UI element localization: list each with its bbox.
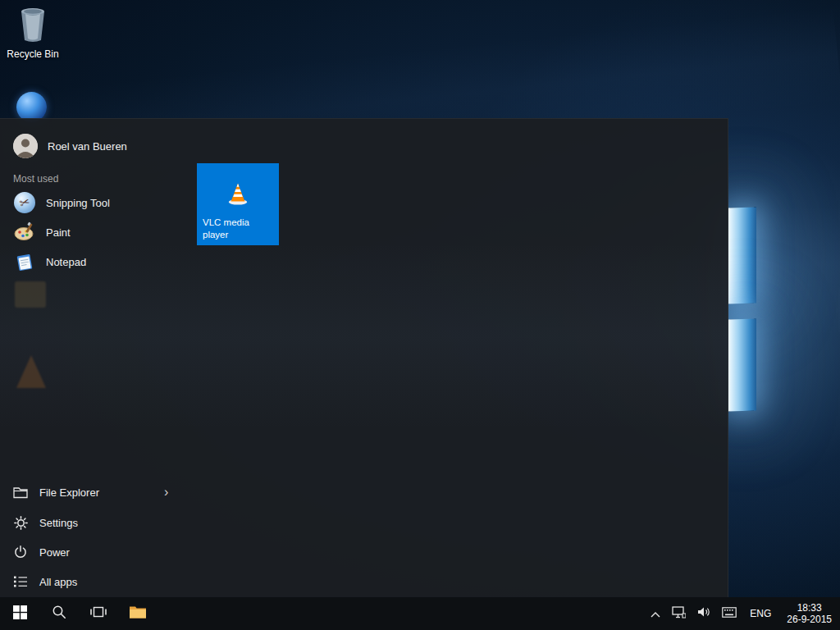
snipping-tool-icon: ✂ xyxy=(13,191,36,214)
recycle-bin-label: Recycle Bin xyxy=(3,48,62,60)
all-apps-icon xyxy=(13,574,28,589)
ghost-icon xyxy=(15,281,46,308)
user-account-button[interactable]: Roel van Bueren xyxy=(13,134,127,158)
search-icon xyxy=(52,605,66,623)
start-menu-item-file-explorer[interactable]: File Explorer › xyxy=(7,480,195,504)
taskbar-file-explorer-button[interactable] xyxy=(118,597,158,630)
desktop: Recycle Bin Roel van Bueren Most used ✂ … xyxy=(0,0,840,630)
task-view-icon xyxy=(90,605,107,622)
clock-time: 18:33 xyxy=(797,602,822,614)
network-icon xyxy=(672,606,686,622)
windows-logo-glow-pane xyxy=(728,207,756,304)
start-menu-item-power[interactable]: Power xyxy=(7,540,195,564)
tile-label: VLC media player xyxy=(197,217,279,245)
paint-icon xyxy=(13,221,36,244)
recycle-bin-icon xyxy=(3,7,62,46)
user-name: Roel van Bueren xyxy=(48,140,127,153)
system-tray: ENG 18:33 26-9-2015 xyxy=(645,597,840,630)
chevron-right-icon[interactable]: › xyxy=(164,486,168,499)
start-menu-item-settings[interactable]: Settings xyxy=(7,510,195,535)
network-status-button[interactable] xyxy=(666,597,692,630)
folder-icon xyxy=(129,605,147,623)
start-menu: Roel van Bueren Most used ✂ Snipping Too… xyxy=(0,118,728,597)
task-view-button[interactable] xyxy=(79,597,118,630)
start-button[interactable] xyxy=(0,597,39,630)
language-indicator[interactable]: ENG xyxy=(742,597,778,630)
start-menu-item-paint[interactable]: Paint xyxy=(7,217,187,247)
volume-button[interactable] xyxy=(692,597,716,630)
keyboard-icon xyxy=(722,606,737,621)
notepad-icon xyxy=(13,250,36,273)
clock[interactable]: 18:33 26-9-2015 xyxy=(778,597,840,630)
taskbar-search-button[interactable] xyxy=(39,597,79,630)
taskbar: ENG 18:33 26-9-2015 xyxy=(0,597,840,630)
vlc-icon xyxy=(197,163,279,217)
windows-logo-icon xyxy=(13,605,27,623)
user-avatar-icon xyxy=(13,134,38,158)
chevron-up-icon xyxy=(651,606,660,621)
touch-keyboard-button[interactable] xyxy=(716,597,742,630)
clock-date: 26-9-2015 xyxy=(787,614,832,625)
desktop-icon-recycle-bin[interactable]: Recycle Bin xyxy=(3,7,62,60)
power-icon xyxy=(13,545,28,559)
start-menu-item-all-apps[interactable]: All apps xyxy=(7,569,195,594)
most-used-heading: Most used xyxy=(13,173,58,185)
speaker-icon xyxy=(697,606,710,621)
tray-overflow-button[interactable] xyxy=(645,597,666,630)
tile-vlc-media-player[interactable]: VLC media player xyxy=(197,163,279,245)
start-menu-item-snipping-tool[interactable]: ✂ Snipping Tool xyxy=(7,188,187,217)
gear-icon xyxy=(13,515,28,530)
file-explorer-icon xyxy=(13,485,28,500)
start-menu-item-notepad[interactable]: Notepad xyxy=(7,247,187,276)
ghost-icon xyxy=(16,355,46,388)
windows-logo-glow-pane xyxy=(728,318,756,411)
